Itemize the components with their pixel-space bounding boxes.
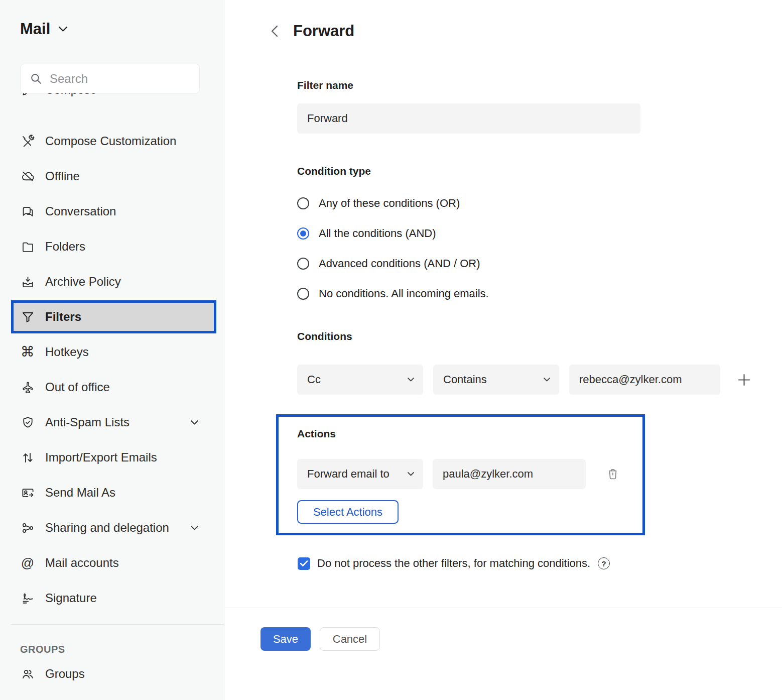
add-condition-button[interactable] xyxy=(737,373,751,387)
folder-icon xyxy=(20,239,35,254)
filter-name-label: Filter name xyxy=(297,79,353,91)
chevron-down-icon xyxy=(407,472,415,477)
app-title: Mail xyxy=(20,20,50,38)
people-icon xyxy=(20,666,35,681)
sidebar-item-label: Mail accounts xyxy=(45,556,119,570)
radio-option-any-or[interactable]: Any of these conditions (OR) xyxy=(297,188,489,218)
at-sign-icon: @ xyxy=(20,555,35,570)
chevron-down-icon xyxy=(407,377,415,382)
sidebar-item-label: Filters xyxy=(45,310,81,324)
sidebar-item-offline[interactable]: Offline xyxy=(0,159,224,194)
sidebar-item-import-export-emails[interactable]: Import/Export Emails xyxy=(0,440,224,475)
actions-label: Actions xyxy=(297,428,336,440)
radio-checked-icon[interactable] xyxy=(297,227,309,240)
chevron-down-icon xyxy=(543,377,551,382)
sidebar-item-compose-clipped[interactable]: Compose xyxy=(0,93,224,107)
delete-action-button[interactable] xyxy=(606,467,620,481)
chat-bubbles-icon xyxy=(20,204,35,219)
help-icon[interactable]: ? xyxy=(598,557,610,569)
action-row: Forward email to xyxy=(297,459,620,489)
arrows-up-down-icon xyxy=(20,450,35,465)
radio-unchecked-icon[interactable] xyxy=(297,258,309,270)
chevron-down-icon[interactable] xyxy=(187,415,202,430)
radio-unchecked-icon[interactable] xyxy=(297,288,309,300)
sidebar-item-groups[interactable]: Groups xyxy=(0,655,224,692)
sidebar-item-folders[interactable]: Folders xyxy=(0,229,224,264)
checkbox-checked-icon[interactable] xyxy=(298,557,310,570)
search-icon xyxy=(30,72,42,85)
sidebar-item-send-mail-as[interactable]: Send Mail As xyxy=(0,475,224,510)
pencil-icon xyxy=(20,93,35,97)
sidebar-item-anti-spam-lists[interactable]: Anti-Spam Lists xyxy=(0,405,224,440)
sidebar-item-label: Conversation xyxy=(45,204,116,218)
sidebar-item-filters[interactable]: Filters xyxy=(11,300,216,333)
sidebar-item-signature[interactable]: Signature xyxy=(0,580,224,616)
sidebar-item-label: Groups xyxy=(45,667,85,681)
stop-processing-label: Do not process the other filters, for ma… xyxy=(317,557,590,570)
condition-field-select[interactable]: Cc xyxy=(297,365,423,395)
condition-type-label: Condition type xyxy=(297,165,371,177)
sidebar-item-label: Offline xyxy=(45,169,80,183)
radio-option-no-conditions[interactable]: No conditions. All incoming emails. xyxy=(297,279,489,309)
shield-check-icon xyxy=(20,415,35,430)
tools-icon xyxy=(20,134,35,149)
condition-operator-select[interactable]: Contains xyxy=(433,365,559,395)
sidebar-item-label: Compose xyxy=(45,93,97,97)
sidebar-item-label: Sharing and delegation xyxy=(45,521,169,535)
sidebar-nav: Compose Customization Offline Conversati… xyxy=(0,124,224,692)
sidebar-item-label: Import/Export Emails xyxy=(45,450,157,464)
chevron-down-icon[interactable] xyxy=(187,520,202,535)
radio-option-all-and[interactable]: All the conditions (AND) xyxy=(297,218,489,249)
action-value-input[interactable] xyxy=(433,459,586,489)
page-title: Forward xyxy=(293,22,354,40)
send-as-card-icon xyxy=(20,485,35,500)
condition-row: Cc Contains xyxy=(297,365,751,395)
share-nodes-icon xyxy=(20,520,35,535)
groups-section-header: GROUPS xyxy=(0,625,224,655)
app-switcher[interactable]: Mail xyxy=(20,20,68,38)
airplane-icon xyxy=(20,380,35,395)
condition-value-input[interactable] xyxy=(569,365,720,395)
radio-option-advanced[interactable]: Advanced conditions (AND / OR) xyxy=(297,249,489,279)
sidebar-item-label: Archive Policy xyxy=(45,275,121,289)
sidebar-item-label: Signature xyxy=(45,591,97,605)
save-button[interactable]: Save xyxy=(260,627,311,651)
sidebar-item-label: Hotkeys xyxy=(45,345,89,359)
sidebar-item-label: Send Mail As xyxy=(45,486,115,500)
sidebar-item-compose-customization[interactable]: Compose Customization xyxy=(0,124,224,159)
sidebar-item-out-of-office[interactable]: Out of office xyxy=(0,370,224,405)
archive-icon xyxy=(20,274,35,289)
filter-detail-page: Forward Filter name Condition type Any o… xyxy=(225,0,782,700)
sidebar-item-mail-accounts[interactable]: @ Mail accounts xyxy=(0,545,224,580)
cancel-button[interactable]: Cancel xyxy=(320,627,380,651)
sidebar-item-label: Folders xyxy=(45,240,85,254)
actions-panel: Actions Forward email to Select Actions xyxy=(276,414,645,535)
back-button[interactable] xyxy=(269,24,281,38)
cloud-off-icon xyxy=(20,169,35,184)
sidebar-item-archive-policy[interactable]: Archive Policy xyxy=(0,264,224,299)
condition-type-radio-group: Any of these conditions (OR) All the con… xyxy=(297,188,489,309)
filter-name-input[interactable] xyxy=(297,103,640,134)
search-placeholder: Search xyxy=(50,72,88,86)
radio-unchecked-icon[interactable] xyxy=(297,197,309,209)
footer-divider xyxy=(225,608,782,608)
settings-sidebar: Mail Search Compose Compose Customizatio… xyxy=(0,0,224,700)
chevron-down-icon xyxy=(58,26,68,32)
stop-processing-row: Do not process the other filters, for ma… xyxy=(298,552,610,574)
action-type-select[interactable]: Forward email to xyxy=(297,459,423,489)
conditions-label: Conditions xyxy=(297,330,352,342)
command-icon: ⌘ xyxy=(20,344,35,360)
sidebar-item-sharing-and-delegation[interactable]: Sharing and delegation xyxy=(0,510,224,545)
sidebar-item-label: Out of office xyxy=(45,380,110,394)
search-input[interactable]: Search xyxy=(20,64,200,93)
select-actions-button[interactable]: Select Actions xyxy=(297,500,399,524)
signature-icon xyxy=(20,591,35,606)
sidebar-item-conversation[interactable]: Conversation xyxy=(0,194,224,229)
sidebar-item-label: Compose Customization xyxy=(45,134,176,148)
sidebar-item-label: Anti-Spam Lists xyxy=(45,415,129,429)
filter-funnel-icon xyxy=(20,309,35,324)
sidebar-item-hotkeys[interactable]: ⌘ Hotkeys xyxy=(0,334,224,370)
